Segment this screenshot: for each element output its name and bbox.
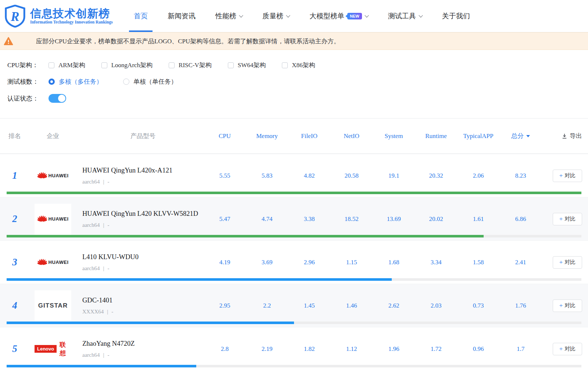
rank-value: 1 (6, 170, 24, 181)
shield-logo-icon: R (4, 5, 26, 28)
compare-button[interactable]: 对比 (553, 343, 582, 355)
typicalapp-score: 2.06 (457, 172, 499, 179)
nav-item-test-tools[interactable]: 测试工具 (388, 0, 422, 32)
download-icon (562, 133, 567, 139)
product-subtitle: aarch64 | - (82, 222, 204, 228)
score-bar-track (7, 278, 581, 281)
header-total-sort[interactable]: 总分 (499, 132, 542, 140)
plus-icon (559, 216, 563, 222)
header-netio[interactable]: NetIO (330, 132, 373, 140)
radio-icon[interactable] (123, 79, 129, 85)
fileio-score: 3.38 (288, 215, 330, 223)
product-name[interactable]: HUAWEI QingYun L420 KLVV-W5821D (82, 210, 204, 218)
notice-text: 应部分CPU企业要求，榜单数据不显示产品LOGO、CPU架构等信息。若需了解数据… (36, 37, 340, 46)
huawei-flower-icon (37, 171, 47, 180)
memory-score: 2.2 (246, 302, 288, 309)
compare-button[interactable]: 对比 (553, 256, 582, 269)
score-bar-fill (7, 322, 294, 324)
nav-item-performance-rankings[interactable]: 性能榜 (215, 0, 243, 32)
score-bar-fill (7, 278, 392, 281)
product-name[interactable]: GDC-1401 (82, 297, 204, 304)
netio-score: 20.58 (330, 172, 373, 179)
header-export: 导出 (542, 132, 582, 140)
export-button[interactable]: 导出 (562, 132, 582, 140)
total-score: 6.86 (499, 215, 542, 223)
system-score: 1.68 (373, 259, 415, 266)
chevron-down-icon (286, 13, 290, 17)
fileio-score: 1.45 (288, 302, 330, 309)
system-score: 13.69 (373, 215, 415, 223)
header-runtime[interactable]: Runtime (415, 132, 457, 140)
checkbox-icon[interactable] (169, 62, 175, 68)
header-system[interactable]: System (373, 132, 415, 140)
main-nav: 首页 新闻资讯 性能榜 质量榜 大模型榜单 NEW 测试工具 关于我们 (134, 0, 470, 32)
product-name[interactable]: L410 KLVU-WDU0 (82, 253, 204, 261)
checkbox-icon[interactable] (101, 62, 107, 68)
toggle-knob (58, 95, 65, 102)
ranking-table: 排名 企业 产品型号 CPU Memory FileIO NetIO Syste… (0, 118, 588, 370)
header-typicalapp[interactable]: TypicalAPP (457, 132, 499, 140)
nav-item-home[interactable]: 首页 (134, 0, 148, 32)
product-name[interactable]: HUAWEI QingYun L420x-A121 (82, 167, 204, 174)
top-navigation-bar: R 信息技术创新榜 Information Technology Innovat… (0, 0, 588, 32)
rank-value: 4 (6, 300, 24, 311)
header-cpu[interactable]: CPU (204, 132, 246, 140)
score-bar-track (7, 365, 581, 367)
header-company: 企业 (24, 132, 82, 140)
typicalapp-score: 1.58 (457, 259, 499, 266)
fileio-score: 2.96 (288, 259, 330, 266)
total-score: 2.41 (499, 259, 542, 266)
lenovo-logo: Lenovo 联想 (35, 334, 71, 364)
total-score: 1.76 (499, 302, 542, 309)
checkbox-loongarch[interactable]: LoongArch架构 (101, 61, 153, 69)
compare-button[interactable]: 对比 (553, 170, 582, 182)
filter-label-cpu-arch: CPU架构： (7, 61, 49, 69)
checkbox-icon[interactable] (49, 62, 54, 68)
header-fileio[interactable]: FileIO (288, 132, 330, 140)
checkbox-riscv[interactable]: RISC-V架构 (169, 61, 212, 69)
plus-icon (559, 302, 563, 309)
memory-score: 3.69 (246, 259, 288, 266)
cert-status-toggle[interactable] (49, 94, 66, 103)
header-memory[interactable]: Memory (246, 132, 288, 140)
test-cores-radio-group: 多核（多任务） 单核（单任务） (49, 77, 177, 86)
nav-item-llm-rankings[interactable]: 大模型榜单 NEW (309, 0, 368, 32)
product-name[interactable]: ZhaoYang N4720Z (82, 340, 204, 348)
warning-icon (4, 37, 13, 46)
huawei-logo: HUAWEI (35, 204, 71, 235)
memory-score: 4.74 (246, 215, 288, 223)
radio-singlecore[interactable]: 单核（单任务） (123, 77, 177, 86)
filter-label-cert-status: 认证状态： (7, 94, 49, 103)
huawei-flower-icon (37, 215, 47, 224)
compare-button[interactable]: 对比 (553, 213, 582, 225)
compare-button[interactable]: 对比 (553, 299, 582, 312)
table-row: 1 HUAWEI HUAW (0, 154, 588, 197)
table-row: 3 HUAWEI L410 (0, 240, 588, 284)
checkbox-x86[interactable]: X86架构 (282, 61, 315, 69)
filter-row-cpu-arch: CPU架构： ARM架构 LoongArch架构 RISC-V架构 SW64架构… (7, 61, 588, 69)
plus-icon (559, 173, 563, 179)
cpu-score: 5.55 (204, 172, 246, 179)
system-score: 19.1 (373, 172, 415, 179)
netio-score: 1.46 (330, 302, 373, 309)
brand-logo[interactable]: R 信息技术创新榜 Information Technology Innovat… (4, 5, 129, 28)
gitstar-logo: GITSTAR (35, 290, 71, 321)
checkbox-icon[interactable] (228, 62, 234, 68)
checkbox-icon[interactable] (282, 62, 288, 68)
filter-row-test-cores: 测试核数： 多核（多任务） 单核（单任务） (7, 77, 588, 86)
filter-label-test-cores: 测试核数： (7, 77, 49, 86)
site-title: 信息技术创新榜 (30, 8, 113, 19)
runtime-score: 20.02 (415, 215, 457, 223)
checkbox-sw64[interactable]: SW64架构 (228, 61, 266, 69)
nav-item-quality-rankings[interactable]: 质量榜 (262, 0, 290, 32)
radio-multicore[interactable]: 多核（多任务） (49, 77, 103, 86)
score-bar-track (7, 192, 581, 194)
runtime-score: 3.34 (415, 259, 457, 266)
huawei-logo: HUAWEI (35, 160, 71, 191)
radio-icon[interactable] (49, 79, 55, 85)
checkbox-arm[interactable]: ARM架构 (49, 61, 85, 69)
runtime-score: 1.72 (415, 345, 457, 353)
product-subtitle: aarch64 | - (82, 352, 204, 358)
nav-item-about-us[interactable]: 关于我们 (442, 0, 470, 32)
nav-item-news[interactable]: 新闻资讯 (168, 0, 196, 32)
